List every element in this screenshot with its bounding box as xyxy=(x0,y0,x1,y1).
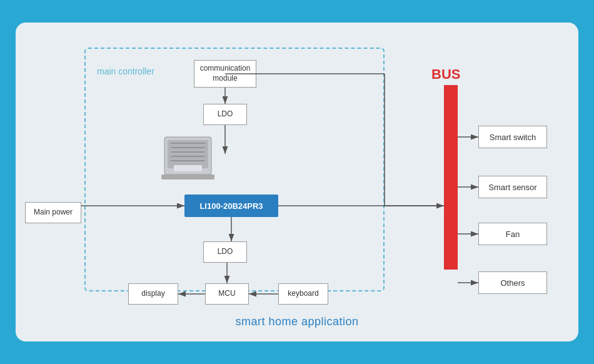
psu-icon xyxy=(161,134,214,181)
mcu-label: MCU xyxy=(218,289,235,299)
controller-label: main controller xyxy=(97,66,154,76)
others-label: Others xyxy=(500,278,525,288)
ldo-bottom-label: LDO xyxy=(218,247,233,257)
li100-box: LI100-20B24PR3 xyxy=(184,195,278,217)
smart-sensor-label: Smart sensor xyxy=(488,183,536,192)
li100-label: LI100-20B24PR3 xyxy=(199,201,263,211)
others-box: Others xyxy=(478,271,547,294)
display-label: display xyxy=(141,289,164,299)
footer-title: smart home application xyxy=(235,315,358,328)
ldo-top-box: LDO xyxy=(203,104,247,125)
svg-rect-7 xyxy=(174,165,202,171)
ldo-top-label: LDO xyxy=(218,109,233,119)
comm-module-label: communicationmodule xyxy=(200,64,251,83)
fan-box: Fan xyxy=(478,223,547,245)
svg-rect-8 xyxy=(161,174,214,179)
comm-module-box: communicationmodule xyxy=(194,60,256,88)
smart-sensor-box: Smart sensor xyxy=(478,176,547,198)
svg-rect-1 xyxy=(168,140,208,168)
keyboard-box: keyboard xyxy=(278,283,328,305)
fan-label: Fan xyxy=(506,230,520,239)
main-card: main controller communicationmodule LDO xyxy=(16,23,578,341)
device-image xyxy=(159,132,216,182)
ldo-bottom-box: LDO xyxy=(203,241,247,263)
smart-switch-box: Smart switch xyxy=(478,126,547,148)
main-power-label: Main power xyxy=(34,208,73,218)
keyboard-label: keyboard xyxy=(288,289,318,299)
display-box: display xyxy=(128,283,178,305)
bus-label: BUS xyxy=(431,66,460,83)
main-power-box: Main power xyxy=(25,202,81,223)
smart-switch-label: Smart switch xyxy=(490,133,536,142)
mcu-box: MCU xyxy=(205,283,249,305)
diagram-area: main controller communicationmodule LDO xyxy=(28,35,566,310)
bus-bar xyxy=(444,85,458,270)
